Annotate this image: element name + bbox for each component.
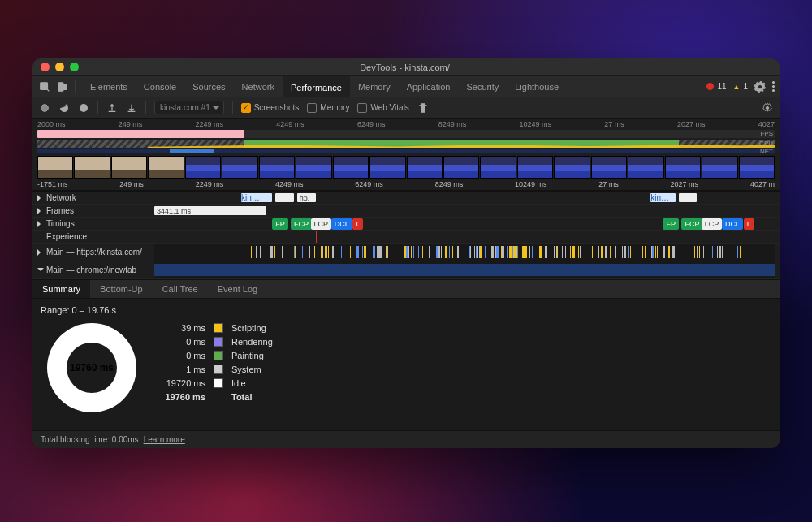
task-stripe[interactable] — [562, 246, 563, 258]
task-stripe[interactable] — [314, 246, 315, 258]
task-stripe[interactable] — [270, 246, 273, 258]
dcl-pill[interactable]: DCL — [331, 218, 352, 230]
task-stripe[interactable] — [655, 246, 656, 258]
task-stripe[interactable] — [477, 246, 477, 258]
fp-pill[interactable]: FP — [663, 218, 679, 230]
task-stripe[interactable] — [737, 246, 738, 258]
task-stripe[interactable] — [532, 246, 533, 258]
task-stripe[interactable] — [622, 246, 623, 258]
task-stripe[interactable] — [697, 246, 698, 258]
task-stripe[interactable] — [341, 246, 342, 258]
reload-record-icon[interactable] — [58, 102, 70, 114]
task-stripe[interactable] — [620, 246, 620, 258]
warnings-badge[interactable]: ▲ 1 — [733, 82, 748, 91]
task-stripe[interactable] — [364, 246, 366, 258]
target-selector[interactable]: kinsta.com #1 — [154, 101, 224, 114]
task-stripe[interactable] — [373, 246, 374, 258]
task-stripe[interactable] — [469, 246, 470, 258]
kebab-icon[interactable] — [772, 81, 775, 92]
task-stripe[interactable] — [507, 246, 508, 258]
task-stripe[interactable] — [441, 246, 442, 258]
task-stripe[interactable] — [381, 246, 382, 258]
task-stripe[interactable] — [546, 246, 547, 258]
task-stripe[interactable] — [330, 246, 330, 258]
tab-console[interactable]: Console — [136, 76, 184, 97]
dcl-pill[interactable]: DCL — [722, 218, 743, 230]
task-stripe[interactable] — [386, 246, 387, 258]
filmstrip-frame[interactable] — [443, 156, 479, 179]
task-stripe[interactable] — [539, 246, 542, 258]
task-stripe[interactable] — [598, 246, 599, 258]
task-stripe[interactable] — [642, 246, 643, 258]
task-stripe[interactable] — [722, 246, 723, 258]
task-stripe[interactable] — [322, 246, 322, 258]
task-stripe[interactable] — [645, 246, 646, 258]
task-stripe[interactable] — [624, 246, 626, 258]
record-icon[interactable] — [39, 102, 50, 114]
task-stripe[interactable] — [491, 246, 494, 258]
task-stripe[interactable] — [578, 246, 579, 258]
task-stripe[interactable] — [411, 246, 412, 258]
task-stripe[interactable] — [577, 246, 577, 258]
task-stripe[interactable] — [436, 246, 438, 258]
task-stripe[interactable] — [260, 246, 261, 258]
task-stripe[interactable] — [322, 246, 323, 258]
task-stripe[interactable] — [556, 246, 557, 258]
task-stripe[interactable] — [610, 246, 611, 258]
task-stripe[interactable] — [712, 246, 713, 258]
filmstrip-frame[interactable] — [259, 156, 295, 179]
download-icon[interactable] — [126, 102, 137, 114]
task-stripe[interactable] — [282, 246, 283, 258]
task-stripe[interactable] — [554, 246, 555, 258]
task-stripe[interactable] — [719, 246, 721, 258]
task-stripe[interactable] — [429, 246, 430, 258]
task-stripe[interactable] — [479, 246, 480, 258]
experience-track[interactable]: Experience — [32, 231, 780, 244]
task-stripe[interactable] — [422, 246, 423, 258]
lcp-pill[interactable]: LCP — [311, 218, 332, 230]
load-pill[interactable]: L — [352, 218, 363, 230]
task-stripe[interactable] — [594, 246, 594, 258]
task-block[interactable] — [154, 264, 775, 276]
minimize-icon[interactable] — [55, 63, 64, 71]
errors-badge[interactable]: 11 — [706, 82, 726, 91]
task-stripe[interactable] — [565, 246, 566, 258]
task-stripe[interactable] — [663, 246, 665, 258]
task-stripe[interactable] — [377, 246, 378, 258]
task-stripe[interactable] — [328, 246, 329, 258]
details-tab-event-log[interactable]: Event Log — [208, 280, 268, 298]
filmstrip-frame[interactable] — [222, 156, 257, 179]
gear-icon[interactable] — [762, 102, 773, 114]
network-block[interactable] — [275, 193, 294, 202]
filmstrip-frame[interactable] — [407, 156, 443, 179]
task-stripe[interactable] — [452, 246, 453, 258]
network-track[interactable]: Network kin… ho. kin… — [32, 192, 780, 205]
task-stripe[interactable] — [495, 246, 496, 258]
task-stripe[interactable] — [480, 246, 482, 258]
task-stripe[interactable] — [445, 246, 446, 258]
timings-track[interactable]: Timings FP FCP LCP DCL L FP FCP LCP DCL … — [32, 218, 780, 231]
task-stripe[interactable] — [502, 246, 504, 258]
tab-performance[interactable]: Performance — [283, 76, 350, 97]
trash-icon[interactable] — [417, 102, 429, 114]
task-stripe[interactable] — [694, 246, 695, 258]
task-stripe[interactable] — [651, 246, 652, 258]
task-stripe[interactable] — [332, 246, 333, 258]
filmstrip-frame[interactable] — [480, 156, 516, 179]
task-stripe[interactable] — [630, 246, 631, 258]
task-stripe[interactable] — [309, 246, 310, 258]
task-stripe[interactable] — [296, 246, 296, 258]
task-stripe[interactable] — [628, 246, 629, 258]
inspect-icon[interactable] — [39, 81, 50, 93]
task-stripe[interactable] — [557, 246, 558, 258]
task-stripe[interactable] — [669, 246, 670, 258]
filmstrip-frame[interactable] — [333, 156, 369, 179]
filmstrip-frame[interactable] — [739, 156, 775, 179]
memory-checkbox[interactable]: Memory — [307, 103, 349, 113]
task-stripe[interactable] — [605, 246, 607, 258]
fcp-pill[interactable]: FCP — [291, 218, 312, 230]
task-stripe[interactable] — [405, 246, 406, 258]
screenshot-filmstrip[interactable] — [37, 156, 775, 179]
task-stripe[interactable] — [515, 246, 516, 258]
task-stripe[interactable] — [592, 246, 593, 258]
